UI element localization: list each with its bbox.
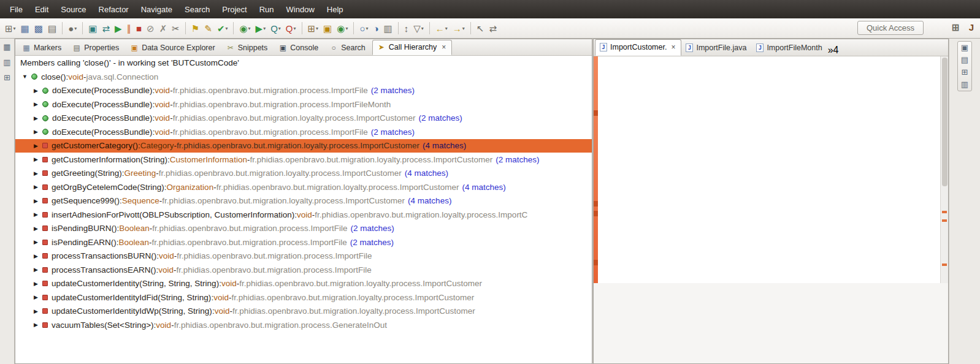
menu-window[interactable]: Window [280,2,321,17]
close-tab-icon[interactable]: × [442,43,446,51]
restore-misc-icon[interactable]: ▥ [959,80,970,89]
expand-arrow-icon[interactable]: ▶ [31,170,40,176]
toolbar-back-button[interactable]: ←▾ [434,23,450,34]
toolbar-last-edit-button[interactable]: ↖ [475,23,486,34]
toolbar-forward-button[interactable]: →▾ [451,23,467,34]
toolbar-run-console-button[interactable]: ▶ [113,23,124,34]
close-tab-icon[interactable]: × [671,43,675,51]
restore-outline-icon[interactable]: ▤ [959,55,970,65]
call-hierarchy-row[interactable]: ▶doExecute(ProcessBundle) : void - fr.ph… [15,112,592,126]
call-hierarchy-row[interactable]: ▶updateCustomerIdentityIdWp(String, Stri… [15,305,592,319]
view-tab-dse[interactable]: Data Source Explorer [126,41,221,55]
expand-arrow-icon[interactable]: ▶ [31,198,40,204]
call-hierarchy-row[interactable]: ▶insertAdhesionForPivott(OBLPSubscriptio… [15,208,592,222]
view-tab-snippets[interactable]: Snippets [222,41,274,55]
expand-arrow-icon[interactable]: ▶ [31,239,40,245]
toolbar-user-button[interactable]: ●▾ [66,23,78,34]
restore-view-2-icon[interactable]: ▥ [1,58,12,67]
toolbar-coverage-button[interactable]: Q▾ [269,23,283,34]
toolbar-clear-button[interactable]: ✗ [158,23,169,34]
restore-view-1-icon[interactable]: ▦ [1,42,12,52]
call-hierarchy-row[interactable]: ▶doExecute(ProcessBundle) : void - fr.ph… [15,97,592,112]
view-tab-properties[interactable]: Properties [68,41,124,55]
toolbar-save-all-button[interactable]: ▩ [33,23,45,34]
restore-view-3-icon[interactable]: ⊞ [2,73,12,83]
call-hierarchy-row[interactable]: ▶getSequence999() : Sequence - fr.phidia… [15,194,592,208]
menu-edit[interactable]: Edit [29,2,55,17]
menu-run[interactable]: Run [253,2,280,17]
editor-area[interactable] [594,56,948,283]
toolbar-print-button[interactable]: ▤ [46,23,58,34]
expand-arrow-icon[interactable]: ▶ [31,267,40,273]
toolbar-edit-button[interactable]: ✎ [202,23,214,34]
toolbar-link-editor-button[interactable]: ⇄ [487,23,499,34]
menu-project[interactable]: Project [216,2,253,17]
expand-arrow-icon[interactable]: ▶ [31,88,40,94]
toolbar-check-button[interactable]: ✔▾ [215,23,230,34]
expand-arrow-icon[interactable]: ▶ [31,281,40,287]
toolbar-save-button[interactable]: ▦ [19,23,31,34]
restore-editor-icon[interactable]: ▣ [959,43,970,53]
view-tab-console[interactable]: Console [274,41,324,55]
toolbar-new-project-button[interactable]: ⊞▾ [306,23,321,34]
toolbar-pause-button[interactable]: ∥ [125,23,134,34]
call-hierarchy-row[interactable]: ▶vacuumTables(Set<String>) : void - fr.p… [15,318,592,332]
toolbar-sync-button[interactable]: ⇄ [100,23,112,34]
call-hierarchy-row[interactable]: ▶updateCustomerIdentityIdFid(String, Str… [15,290,592,305]
expand-arrow-icon[interactable]: ▶ [31,156,40,162]
expand-arrow-icon[interactable]: ▶ [31,211,40,218]
call-hierarchy-row[interactable]: ▶processTransactionsBURN() : void - fr.p… [15,249,592,264]
call-hierarchy-row[interactable]: ▶processTransactionsEARN() : void - fr.p… [15,263,592,277]
toolbar-new-package-button[interactable]: ▣ [321,23,334,34]
view-tab-markers[interactable]: Markers [18,41,67,55]
editor-tab[interactable]: JImportFileMonth [752,40,827,56]
expand-arrow-icon[interactable]: ▶ [31,129,40,135]
toolbar-run-button[interactable]: ▶▾ [254,23,268,34]
expand-arrow-icon[interactable]: ▶ [31,143,40,149]
expand-arrow-icon[interactable]: ▶ [31,101,40,107]
toolbar-console-button[interactable]: ▣ [86,23,99,34]
call-hierarchy-row[interactable]: ▶isPendingEARN() : Boolean - fr.phidias.… [15,235,592,249]
call-hierarchy-row[interactable]: ▶isPendingBURN() : Boolean - fr.phidias.… [15,222,592,236]
toolbar-annotations-button[interactable]: ↕ [402,23,411,34]
toolbar-java-perspective-button[interactable]: J [967,21,976,33]
toolbar-open-perspective-button[interactable]: ⊞ [950,21,962,33]
toolbar-globe-button[interactable]: ○▾ [358,23,370,34]
expand-arrow-icon[interactable]: ▶ [31,294,40,300]
expand-arrow-icon[interactable]: ▶ [31,184,40,190]
toolbar-team-button[interactable]: ◑ [371,23,380,34]
call-hierarchy-row[interactable]: ▶getCustomerInformation(String) : Custom… [15,153,592,167]
call-hierarchy-row[interactable]: ▶getGreeting(String) : Greeting - fr.phi… [15,167,592,181]
collapse-arrow-icon[interactable]: ▼ [20,74,29,80]
toolbar-cut-button[interactable]: ✂ [170,23,182,34]
toolbar-flag-button[interactable]: ⚑ [189,23,201,34]
toolbar-javadoc-button[interactable]: ▥ [382,23,394,34]
call-hierarchy-row[interactable]: ▶getCustomerCategory() : Category - fr.p… [15,139,592,153]
tab-overflow-indicator[interactable]: »4 [828,45,839,56]
quick-access-button[interactable]: Quick Access [857,21,924,35]
toolbar-terminate-button[interactable]: ■ [134,23,144,34]
menu-source[interactable]: Source [55,2,92,17]
toolbar-disconnect-button[interactable]: ⊘ [145,23,156,34]
expand-arrow-icon[interactable]: ▶ [31,115,40,121]
editor-tab[interactable]: JImportFile.java [681,40,752,56]
restore-tasks-icon[interactable]: ⊞ [960,67,970,77]
toolbar-new-class-button[interactable]: ◉▾ [335,23,350,34]
view-tab-search[interactable]: Search [325,41,371,55]
menu-help[interactable]: Help [321,2,350,17]
view-tab-hierarchy[interactable]: Call Hierarchy× [372,40,453,55]
toolbar-filter-button[interactable]: ▽▾ [412,23,426,34]
expand-arrow-icon[interactable]: ▶ [31,308,40,314]
call-hierarchy-row[interactable]: ▶doExecute(ProcessBundle) : void - fr.ph… [15,125,592,139]
toolbar-new-button[interactable]: ⊞▾ [3,23,18,34]
toolbar-coverage-last-button[interactable]: Q▾ [284,23,298,34]
expand-arrow-icon[interactable]: ▶ [31,226,40,232]
menu-file[interactable]: File [4,2,29,17]
scrollbar-thumb[interactable] [942,58,947,186]
toolbar-debug-button[interactable]: ◉▾ [237,23,252,34]
call-hierarchy-row[interactable]: ▶updateCustomerIdentity(String, String, … [15,277,592,291]
call-hierarchy-root-row[interactable]: ▼close() : void - java.sql.Connection [15,70,592,84]
editor-tab[interactable]: JImportCustomer.× [595,39,681,56]
expand-arrow-icon[interactable]: ▶ [31,322,40,328]
call-hierarchy-row[interactable]: ▶getOrgByCetelemCode(String) : Organizat… [15,180,592,194]
